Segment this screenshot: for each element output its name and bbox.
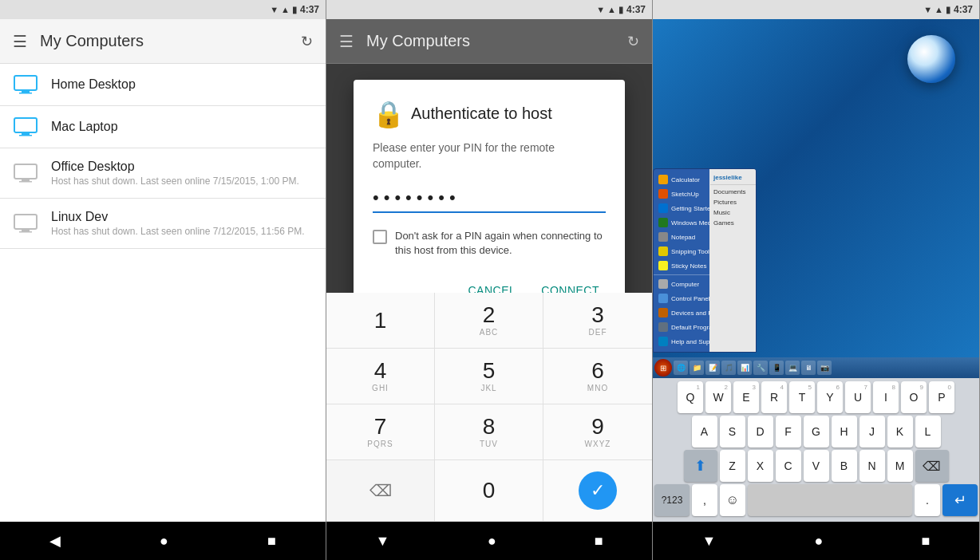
computer-info-home: Home Desktop <box>51 77 313 92</box>
taskbar-ie[interactable]: 🌐 <box>674 361 688 375</box>
key-Z[interactable]: Z <box>720 450 745 482</box>
numpad-key-0[interactable]: 0 <box>435 460 543 522</box>
numpad-key-2[interactable]: 2 ABC <box>435 293 543 349</box>
delete-key[interactable]: ⌫ <box>915 450 949 482</box>
clock-3: 4:37 <box>954 4 973 15</box>
key-Y[interactable]: 6Y <box>817 381 843 413</box>
checkbox-row: Don't ask for a PIN again when connectin… <box>373 229 606 258</box>
refresh-icon-1[interactable]: ↻ <box>301 33 313 50</box>
checkbox-label: Don't ask for a PIN again when connectin… <box>395 229 606 258</box>
computer-name-home: Home Desktop <box>51 77 313 92</box>
refresh-icon-2[interactable]: ↻ <box>627 33 639 50</box>
back-button-2[interactable]: ▼ <box>359 526 405 556</box>
key-O[interactable]: 9O <box>901 381 927 413</box>
numpad-key-confirm[interactable]: ✓ <box>543 460 652 522</box>
dont-ask-checkbox[interactable] <box>373 230 387 244</box>
taskbar-app10[interactable]: 📷 <box>817 361 832 375</box>
back-button-1[interactable]: ◀ <box>34 526 77 556</box>
computer-name-mac: Mac Laptop <box>51 120 313 134</box>
home-button-1[interactable]: ● <box>144 526 184 556</box>
numpad-key-5[interactable]: 5 JKL <box>435 349 543 404</box>
taskbar-app3[interactable]: 📝 <box>705 361 720 375</box>
svg-rect-8 <box>19 181 32 183</box>
cancel-button[interactable]: CANCEL <box>461 278 522 293</box>
kb-row-4: ?123 , ☺ . ↵ <box>654 484 978 516</box>
numpad-key-6[interactable]: 6 MNO <box>543 349 652 404</box>
key-S[interactable]: S <box>720 416 745 448</box>
list-item[interactable]: Office Desktop Host has shut down. Last … <box>0 148 326 199</box>
key-D[interactable]: D <box>748 416 773 448</box>
key-L[interactable]: L <box>915 416 941 448</box>
key-I[interactable]: 8I <box>873 381 899 413</box>
taskbar-app6[interactable]: 🔧 <box>753 361 768 375</box>
taskbar-app4[interactable]: 🎵 <box>721 361 736 375</box>
key-A[interactable]: A <box>692 416 717 448</box>
remote-screen[interactable]: Calculator SketchUp Getting Started ▶ Wi… <box>653 19 979 378</box>
menu-icon-1[interactable]: ☰ <box>13 32 27 51</box>
key-X[interactable]: X <box>748 450 773 482</box>
list-item[interactable]: Linux Dev Host has shut down. Last seen … <box>0 199 326 249</box>
key-K[interactable]: K <box>887 416 913 448</box>
key-period[interactable]: . <box>915 484 940 516</box>
taskbar-app8[interactable]: 💻 <box>785 361 800 375</box>
pin-input-wrapper <box>373 187 606 213</box>
taskbar-app9[interactable]: 🖥 <box>801 361 816 375</box>
svg-rect-9 <box>14 215 37 229</box>
key-W[interactable]: 2W <box>705 381 731 413</box>
key-C[interactable]: C <box>776 450 801 482</box>
win7-globe <box>907 35 955 83</box>
key-E[interactable]: 3E <box>733 381 759 413</box>
dialog-area: 🔒 Authenticate to host Please enter your… <box>326 64 652 293</box>
shift-key[interactable]: ⬆ <box>684 450 717 482</box>
key-Q[interactable]: 1Q <box>678 381 703 413</box>
start-button[interactable]: ⊞ <box>654 359 672 377</box>
svg-rect-6 <box>14 164 37 179</box>
menu-icon-2[interactable]: ☰ <box>339 32 354 51</box>
key-numeric[interactable]: ?123 <box>654 484 690 516</box>
key-H[interactable]: H <box>832 416 857 448</box>
key-T[interactable]: 5T <box>789 381 815 413</box>
key-B[interactable]: B <box>832 450 857 482</box>
list-item[interactable]: Mac Laptop <box>0 106 326 148</box>
key-emoji[interactable]: ☺ <box>720 484 745 516</box>
dialog-actions: CANCEL CONNECT <box>373 278 606 293</box>
recents-button-3[interactable]: ■ <box>906 526 946 556</box>
numpad-key-8[interactable]: 8 TUV <box>435 404 543 460</box>
enter-key[interactable]: ↵ <box>942 484 978 516</box>
numpad-key-3[interactable]: 3 DEF <box>543 293 652 349</box>
home-button-3[interactable]: ● <box>799 526 840 556</box>
taskbar-app7[interactable]: 📱 <box>769 361 784 375</box>
key-J[interactable]: J <box>859 416 885 448</box>
svg-rect-1 <box>22 90 30 93</box>
back-button-3[interactable]: ▼ <box>686 526 733 556</box>
numpad-key-4[interactable]: 4 GHI <box>326 349 435 404</box>
numpad-key-1[interactable]: 1 <box>326 293 435 349</box>
phone2: ▼ ▲ ▮ 4:37 ☰ My Computers ↻ 🔒 Authentica… <box>326 0 653 560</box>
home-button-2[interactable]: ● <box>472 526 512 556</box>
signal-icon-3: ▲ <box>935 5 943 14</box>
list-item[interactable]: Home Desktop <box>0 64 326 106</box>
key-U[interactable]: 7U <box>845 381 871 413</box>
key-N[interactable]: N <box>859 450 885 482</box>
key-M[interactable]: M <box>887 450 913 482</box>
key-comma[interactable]: , <box>692 484 717 516</box>
numpad-key-9[interactable]: 9 WXYZ <box>543 404 652 460</box>
svg-rect-4 <box>22 132 30 135</box>
clock-2: 4:37 <box>626 4 646 15</box>
connect-button[interactable]: CONNECT <box>535 278 606 293</box>
android-keyboard: 1Q 2W 3E 4R 5T 6Y 7U 8I 9O 0P A S D F G … <box>653 378 979 522</box>
recents-button-1[interactable]: ■ <box>251 526 292 556</box>
status-bar-3: ▼ ▲ ▮ 4:37 <box>653 0 979 19</box>
key-F[interactable]: F <box>776 416 801 448</box>
taskbar-app5[interactable]: 📊 <box>737 361 752 375</box>
key-R[interactable]: 4R <box>761 381 787 413</box>
key-G[interactable]: G <box>804 416 829 448</box>
pin-input[interactable] <box>373 187 606 208</box>
space-key[interactable] <box>748 484 912 516</box>
numpad-key-delete[interactable]: ⌫ <box>326 460 435 522</box>
key-V[interactable]: V <box>804 450 829 482</box>
key-P[interactable]: 0P <box>929 381 954 413</box>
taskbar-app2[interactable]: 📁 <box>690 361 704 375</box>
numpad-key-7[interactable]: 7 PQRS <box>326 404 435 460</box>
recents-button-2[interactable]: ■ <box>579 526 619 556</box>
